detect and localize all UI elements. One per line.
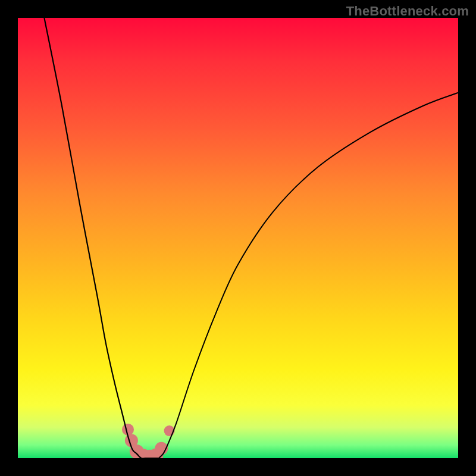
curve-left — [44, 18, 158, 458]
chart-svg — [18, 18, 458, 458]
watermark-text: TheBottleneck.com — [346, 4, 469, 19]
chart-frame: TheBottleneck.com — [0, 0, 476, 476]
curve-right — [159, 93, 458, 458]
plot-area — [18, 18, 458, 458]
